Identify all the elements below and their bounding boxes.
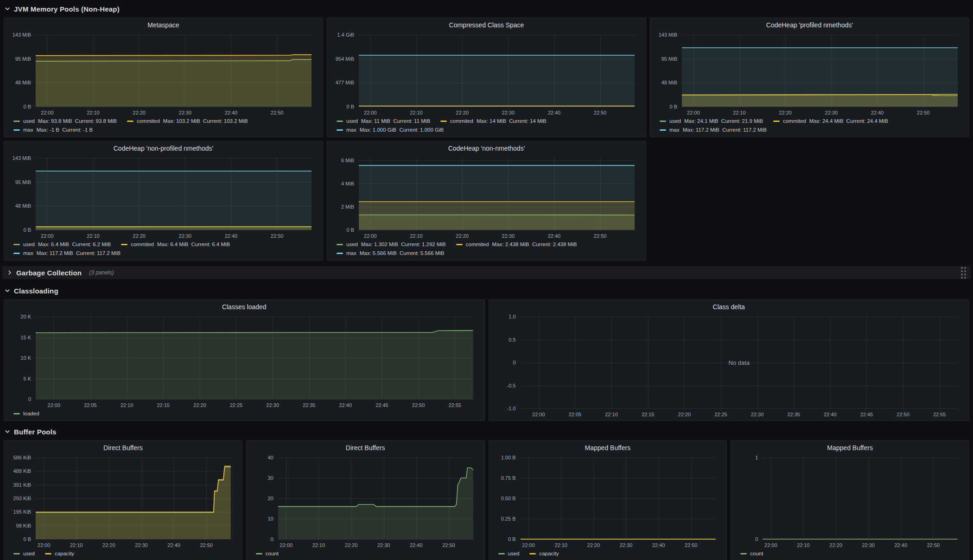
chart-plot-area[interactable] <box>36 35 312 107</box>
legend-item-max[interactable]: maxMax: 117.2 MiB Current: 117.2 MiB <box>13 249 121 257</box>
legend-item-commited[interactable]: commitedMax: 14 MiB Current: 14 MiB <box>440 117 547 125</box>
legend-item-commited[interactable]: commitedMax: 6.4 MiB Current: 6.4 MiB <box>121 241 230 248</box>
x-axis-labels: 22:0022:1022:2022:3022:4022:50 <box>682 108 958 116</box>
row-drag-handle-icon[interactable] <box>961 267 966 279</box>
legend-item-max[interactable]: maxMax: 117.2 MiB Current: 117.2 MiB <box>660 126 767 134</box>
legend-item-commited[interactable]: commitedMax: 24.4 MiB Current: 24.4 MiB <box>773 117 888 125</box>
legend-swatch <box>740 553 747 554</box>
legend-series-name: used <box>346 241 358 248</box>
y-axis-tick-label: 48 MiB <box>661 80 677 85</box>
chart-plot-area[interactable] <box>521 458 716 539</box>
y-axis-labels: 0 B2 MiB4 MiB6 MiB <box>332 158 354 230</box>
chart-svg <box>36 317 473 399</box>
chart-plot-area[interactable] <box>36 158 312 230</box>
chart-plot-area[interactable] <box>359 158 635 230</box>
section-header-garbage-collection[interactable]: Garbage Collection (3 panels) <box>2 266 971 279</box>
x-axis-tick-label: 22:05 <box>84 402 97 408</box>
y-axis-tick-label: 98 KiB <box>16 523 31 528</box>
legend-item-max[interactable]: maxMax: 5.566 MiB Current: 5.566 MiB <box>337 249 445 257</box>
x-axis-tick-label: 22:00 <box>532 412 545 417</box>
legend-series-name: max <box>346 249 356 257</box>
chart-plot-area[interactable] <box>763 458 958 539</box>
y-axis-labels: 0 B48 MiB95 MiB143 MiB <box>9 158 31 230</box>
panel-title[interactable]: Compressed Class Space <box>332 20 641 30</box>
y-axis-tick-label: 0 B <box>23 536 31 542</box>
chart-area: 0 B0.25 B0.50 B0.75 B1.00 B22:0022:1022:… <box>494 454 722 548</box>
chart-plot-area[interactable] <box>278 458 473 539</box>
x-axis-tick-label: 22:15 <box>642 412 655 417</box>
x-axis-tick-label: 22:40 <box>871 110 884 115</box>
legend-item-max[interactable]: maxMax: 1.000 GiB Current: 1.000 GiB <box>337 126 444 134</box>
legend-series-stats: Max: 11 MiB Current: 11 MiB <box>361 117 430 125</box>
panel-title[interactable]: Metaspace <box>9 20 318 30</box>
legend-item-loaded[interactable]: loaded <box>13 410 39 418</box>
x-axis-tick-label: 22:30 <box>620 542 633 548</box>
y-axis-tick-label: 0 B <box>346 104 354 109</box>
panel: Metaspace0 B48 MiB95 MiB143 MiB22:0022:1… <box>4 18 323 137</box>
panel-title[interactable]: CodeHeap 'profiled nmethods' <box>655 20 964 30</box>
x-axis-tick-label: 22:40 <box>652 542 665 548</box>
panel-title[interactable]: Mapped Buffers <box>736 443 964 453</box>
series-line-capacity <box>36 466 231 512</box>
chart-plot-area[interactable] <box>36 317 473 399</box>
legend-swatch <box>773 121 780 122</box>
legend-item-count[interactable]: count <box>740 550 763 558</box>
panel: Mapped Buffers0122:0022:1022:2022:3022:4… <box>731 440 969 560</box>
y-axis-tick-label: 1 <box>755 455 758 460</box>
section-header-buffer-pools[interactable]: Buffer Pools <box>4 426 969 438</box>
panel-title[interactable]: CodeHeap 'non-profiled nmethods' <box>9 143 318 153</box>
y-axis-tick-label: 0 B <box>23 227 31 233</box>
legend-swatch <box>13 121 20 122</box>
section-header-classloading[interactable]: Classloading <box>4 285 969 297</box>
y-axis-tick-label: 0.5 <box>509 337 515 343</box>
y-axis-labels: 0 B98 KiB195 KiB293 KiB391 KiB488 KiB586… <box>9 458 31 539</box>
panel: Direct Buffers01020304022:0022:1022:2022… <box>246 440 485 560</box>
legend-item-used[interactable]: used <box>498 550 520 558</box>
legend-swatch <box>456 244 463 245</box>
section-header-jvm-memory-pools[interactable]: JVM Memory Pools (Non-Heap) <box>4 3 969 15</box>
legend-item-capacity[interactable]: capacity <box>529 550 559 558</box>
legend-series-stats: Max: 2.438 MiB Current: 2.438 MiB <box>492 241 577 248</box>
legend-item-used[interactable]: usedMax: 11 MiB Current: 11 MiB <box>337 117 430 125</box>
x-axis-tick-label: 22:00 <box>764 542 777 548</box>
legend-series-stats: Max: 6.4 MiB Current: 6.4 MiB <box>157 241 230 248</box>
legend-item-commited[interactable]: commitedMax: 2.438 MiB Current: 2.438 Mi… <box>456 241 577 248</box>
legend-series-name: used <box>346 117 358 125</box>
x-axis-tick-label: 22:10 <box>410 110 423 115</box>
panel-title[interactable]: Class delta <box>494 302 965 312</box>
panel-grid-jvm-memory-pools: Metaspace0 B48 MiB95 MiB143 MiB22:0022:1… <box>4 18 969 261</box>
chart-plot-area[interactable] <box>359 35 635 107</box>
chevron-down-icon <box>5 288 10 293</box>
panel-title[interactable]: Mapped Buffers <box>494 443 722 453</box>
panel-title[interactable]: Classes loaded <box>9 302 480 312</box>
y-axis-tick-label: 488 KiB <box>13 468 31 474</box>
chart-plot-area[interactable] <box>682 35 958 107</box>
panel-title[interactable]: CodeHeap 'non-nmethods' <box>332 143 641 153</box>
legend-item-capacity[interactable]: capacity <box>45 550 74 558</box>
chart-svg <box>521 458 716 539</box>
x-axis-tick-label: 22:30 <box>135 542 148 548</box>
x-axis-labels: 22:0022:1022:2022:3022:4022:50 <box>763 540 958 548</box>
legend-item-used[interactable]: usedMax: 6.4 MiB Current: 6.2 MiB <box>13 241 111 248</box>
legend-item-count[interactable]: count <box>256 550 279 558</box>
legend-item-used[interactable]: usedMax: 1.302 MiB Current: 1.292 MiB <box>337 241 446 248</box>
legend-swatch <box>13 129 20 131</box>
legend-item-max[interactable]: maxMax: -1 B Current: -1 B <box>13 126 93 134</box>
legend-item-used[interactable]: used <box>13 550 35 558</box>
panel-title[interactable]: Direct Buffers <box>9 443 237 453</box>
chevron-right-icon <box>7 270 13 275</box>
x-axis-tick-label: 22:20 <box>456 110 469 115</box>
legend-item-used[interactable]: usedMax: 93.8 MiB Current: 93.8 MiB <box>13 117 117 125</box>
x-axis-tick-label: 22:30 <box>266 402 279 408</box>
x-axis-tick-label: 22:20 <box>133 110 146 115</box>
chart-plot-area[interactable]: No data <box>521 317 958 408</box>
panel-title[interactable]: Direct Buffers <box>251 443 480 453</box>
legend-item-commited[interactable]: commitedMax: 103.2 MiB Current: 103.2 Mi… <box>127 117 248 125</box>
chart-plot-area[interactable] <box>36 458 231 539</box>
x-axis-tick-label: 22:50 <box>927 542 940 548</box>
chart-svg <box>36 458 231 539</box>
legend-swatch <box>13 253 20 254</box>
y-axis-tick-label: 0 B <box>346 227 354 233</box>
legend-item-used[interactable]: usedMax: 24.1 MiB Current: 21.9 MiB <box>660 117 763 125</box>
no-data-message: No data <box>521 317 958 408</box>
